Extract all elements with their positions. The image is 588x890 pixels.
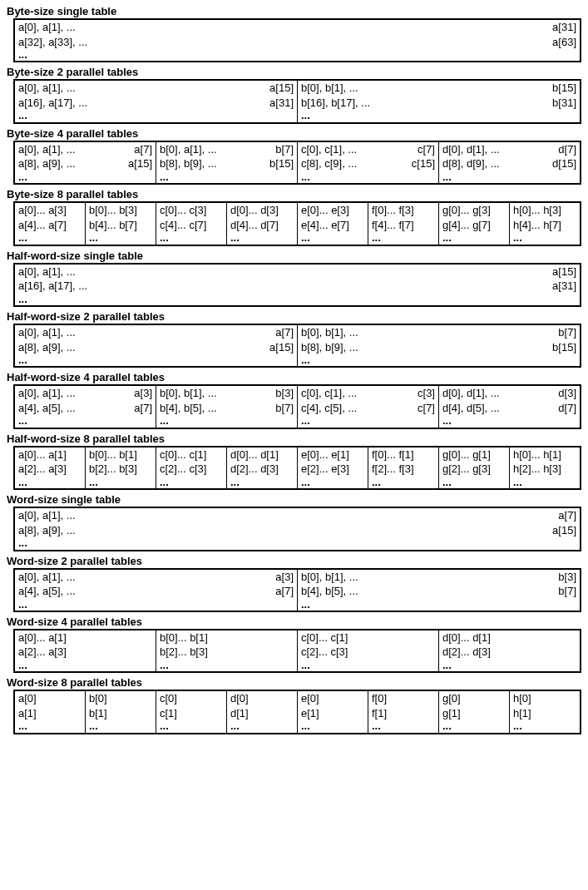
row-left-text: b[0], b[1], ...	[160, 386, 217, 401]
table-column: d[0]d[1]...	[227, 691, 298, 732]
table-wrap: a[0], a[1], ...a[7]a[8], a[9], ...a[15].…	[13, 141, 581, 185]
section-title: Byte-size 8 parallel tables	[7, 188, 583, 200]
row-left-text: g[2]... g[3]	[442, 462, 491, 477]
table-section: Half-word-size 4 parallel tablesa[0], a[…	[5, 371, 583, 428]
row-right-text: b[15]	[269, 156, 294, 171]
row-left-text: e[0]	[301, 691, 319, 706]
table-column: a[0], a[1], ...a[7]a[8], a[9], ...a[15].…	[15, 325, 298, 366]
table-row: a[8], a[9], ...a[15]	[15, 340, 297, 355]
row-left-text: e[0]... e[3]	[301, 203, 349, 218]
continuation-dots: ...	[298, 171, 438, 183]
table-row: a[0], a[1], ...a[7]	[15, 142, 156, 157]
row-left-text: b[0]... b[3]	[89, 203, 137, 218]
row-left-text: a[1]	[18, 706, 37, 721]
table-wrap: a[0], a[1], ...a[3]a[4], a[5], ...a[7]..…	[13, 568, 581, 612]
continuation-dots: ...	[156, 232, 226, 244]
table-row: b[0], b[1], ...b[7]	[298, 325, 580, 340]
table-section: Byte-size 2 parallel tablesa[0], a[1], .…	[5, 66, 583, 123]
row-left-text: e[2]... e[3]	[301, 462, 349, 477]
diagram-root: Byte-size single tablea[0], a[1], ...a[3…	[5, 5, 583, 734]
continuation-dots: ...	[439, 477, 509, 488]
table-row: d[0], d[1], ...d[3]	[439, 386, 580, 401]
table-column: h[0]... h[3]h[4]... h[7]...	[510, 203, 580, 244]
table-row: f[2]... f[3]	[368, 462, 438, 477]
table-row: f[0]	[368, 691, 438, 706]
row-left-text: a[8], a[9], ...	[18, 156, 76, 171]
table-row: a[0], a[1], ...a[7]	[15, 325, 297, 340]
table-row: b[0], a[1], ...b[7]	[156, 142, 297, 157]
continuation-dots: ...	[86, 232, 156, 244]
table-row: a[0], a[1], ...a[3]	[15, 570, 297, 585]
row-left-text: d[1]	[230, 706, 249, 721]
row-left-text: a[16], a[17], ...	[18, 279, 87, 294]
table-row: a[4], a[5], ...a[7]	[15, 401, 156, 416]
continuation-dots: ...	[156, 477, 226, 488]
table-row: g[0]	[439, 691, 509, 706]
table-row: a[32], a[33], ...a[63]	[15, 35, 580, 50]
table-row: b[4], b[5], ...b[7]	[156, 401, 297, 416]
continuation-dots: ...	[86, 720, 156, 732]
continuation-dots: ...	[298, 232, 368, 244]
row-left-text: a[0]... a[3]	[18, 203, 67, 218]
section-title: Half-word-size single table	[7, 250, 583, 262]
table-column: a[0]... a[1]a[2]... a[3]...	[15, 447, 86, 488]
row-left-text: a[8], a[9], ...	[18, 523, 76, 538]
table-row: c[8], c[9], ...c[15]	[298, 156, 438, 171]
table-column: g[0]... g[3]g[4]... g[7]...	[439, 203, 510, 244]
row-left-text: a[0], a[1], ...	[18, 508, 76, 523]
table-section: Byte-size single tablea[0], a[1], ...a[3…	[5, 5, 583, 62]
continuation-dots: ...	[15, 720, 85, 732]
continuation-dots: ...	[439, 720, 509, 732]
continuation-dots: ...	[298, 415, 438, 427]
continuation-dots: ...	[86, 477, 156, 488]
row-left-text: d[2]... d[3]	[230, 462, 279, 477]
continuation-dots: ...	[15, 537, 580, 549]
row-left-text: a[0], a[1], ...	[18, 142, 76, 157]
table-row: a[0]... a[1]	[15, 630, 156, 645]
row-left-text: b[8], b[9], ...	[160, 156, 217, 171]
row-left-text: g[1]	[442, 706, 461, 721]
row-right-text: a[15]	[552, 523, 576, 538]
table-row: a[4], a[5], ...a[7]	[15, 584, 297, 599]
continuation-dots: ...	[298, 477, 368, 488]
table-row: f[1]	[368, 706, 438, 721]
row-left-text: a[0], a[1], ...	[18, 81, 76, 96]
row-left-text: c[2]... c[3]	[160, 462, 206, 477]
table-row: h[0]... h[1]	[510, 447, 580, 462]
row-left-text: a[4], a[5], ...	[18, 584, 76, 599]
table-row: g[1]	[439, 706, 509, 721]
table-wrap: a[0], a[1], ...a[31]a[32], a[33], ...a[6…	[13, 18, 581, 62]
table-wrap: a[0]... a[1]a[2]... a[3]...b[0]... b[1]b…	[13, 446, 581, 490]
row-left-text: g[0]	[442, 691, 461, 706]
row-right-text: a[15]	[552, 265, 576, 279]
table-section: Word-size 8 parallel tablesa[0]a[1]...b[…	[5, 676, 583, 734]
table-row: a[8], a[9], ...a[15]	[15, 523, 580, 538]
table-row: b[2]... b[3]	[86, 462, 156, 477]
table-column: a[0], a[1], ...a[15]a[16], a[17], ...a[3…	[15, 81, 298, 121]
row-right-text: a[31]	[269, 96, 294, 111]
continuation-dots: ...	[15, 171, 156, 183]
continuation-dots: ...	[510, 232, 580, 244]
table-row: b[8], b[9], ...b[15]	[156, 156, 297, 171]
table-row: a[16], a[17], ...a[31]	[15, 96, 297, 111]
row-right-text: c[7]	[418, 142, 435, 157]
row-left-text: b[1]	[89, 706, 107, 721]
row-right-text: b[15]	[552, 81, 576, 96]
continuation-dots: ...	[15, 354, 297, 366]
row-left-text: b[0], b[1], ...	[301, 325, 358, 340]
continuation-dots: ...	[227, 232, 297, 244]
table-row: b[16], b[17], ...b[31]	[298, 96, 580, 111]
table-section: Half-word-size single tablea[0], a[1], .…	[5, 250, 583, 307]
row-left-text: d[0]... d[1]	[230, 447, 279, 462]
table-row: e[2]... e[3]	[298, 462, 368, 477]
continuation-dots: ...	[15, 477, 85, 488]
row-left-text: a[16], a[17], ...	[18, 96, 87, 111]
row-left-text: h[0]... h[1]	[513, 447, 561, 462]
row-left-text: d[0]... d[3]	[230, 203, 279, 218]
continuation-dots: ...	[15, 232, 85, 244]
table-row: d[1]	[227, 706, 297, 721]
row-right-text: a[31]	[552, 279, 576, 294]
table-column: a[0], a[1], ...a[31]a[32], a[33], ...a[6…	[15, 20, 580, 61]
row-left-text: c[0]	[160, 691, 177, 706]
table-row: b[0], b[1], ...b[15]	[298, 81, 580, 96]
